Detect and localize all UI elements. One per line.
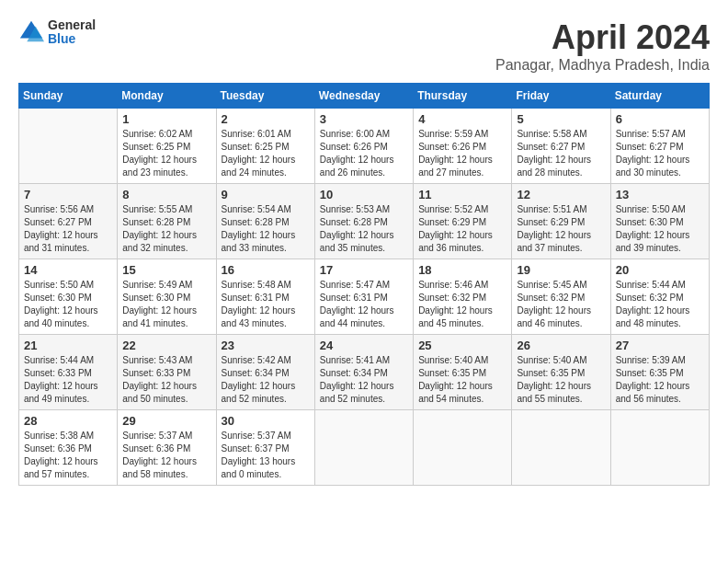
calendar-cell: 29Sunrise: 5:37 AM Sunset: 6:36 PM Dayli…: [118, 410, 216, 486]
day-number: 29: [122, 414, 210, 428]
logo: General Blue: [18, 18, 96, 47]
day-info: Sunrise: 5:37 AM Sunset: 6:36 PM Dayligh…: [122, 430, 210, 481]
week-row-3: 14Sunrise: 5:50 AM Sunset: 6:30 PM Dayli…: [19, 259, 710, 335]
day-number: 23: [222, 339, 310, 352]
day-info: Sunrise: 5:43 AM Sunset: 6:33 PM Dayligh…: [122, 354, 210, 406]
calendar-cell: 21Sunrise: 5:44 AM Sunset: 6:33 PM Dayli…: [19, 335, 118, 410]
day-info: Sunrise: 6:02 AM Sunset: 6:25 PM Dayligh…: [122, 128, 210, 179]
week-row-4: 21Sunrise: 5:44 AM Sunset: 6:33 PM Dayli…: [19, 335, 710, 410]
calendar-cell: 16Sunrise: 5:48 AM Sunset: 6:31 PM Dayli…: [216, 259, 314, 335]
header-cell-tuesday: Tuesday: [216, 84, 314, 109]
day-info: Sunrise: 6:00 AM Sunset: 6:26 PM Dayligh…: [320, 128, 408, 179]
day-number: 14: [24, 263, 112, 277]
header-cell-saturday: Saturday: [610, 84, 709, 109]
header-cell-friday: Friday: [512, 84, 610, 109]
day-number: 21: [24, 339, 112, 352]
day-info: Sunrise: 5:46 AM Sunset: 6:32 PM Dayligh…: [418, 279, 506, 330]
calendar-cell: 30Sunrise: 5:37 AM Sunset: 6:37 PM Dayli…: [216, 410, 314, 486]
day-number: 18: [418, 263, 506, 277]
header-row: SundayMondayTuesdayWednesdayThursdayFrid…: [19, 84, 710, 109]
day-number: 28: [24, 414, 112, 428]
day-info: Sunrise: 5:44 AM Sunset: 6:32 PM Dayligh…: [616, 279, 704, 330]
calendar-cell: 22Sunrise: 5:43 AM Sunset: 6:33 PM Dayli…: [118, 335, 216, 410]
calendar-cell: 19Sunrise: 5:45 AM Sunset: 6:32 PM Dayli…: [512, 259, 610, 335]
day-number: 15: [122, 263, 210, 277]
calendar-cell: [512, 410, 610, 486]
logo-blue: Blue: [48, 32, 96, 46]
header-cell-monday: Monday: [118, 84, 216, 109]
calendar-cell: [19, 109, 118, 184]
calendar-table: SundayMondayTuesdayWednesdayThursdayFrid…: [18, 83, 710, 486]
calendar-cell: 14Sunrise: 5:50 AM Sunset: 6:30 PM Dayli…: [19, 259, 118, 335]
day-info: Sunrise: 5:47 AM Sunset: 6:31 PM Dayligh…: [320, 279, 408, 330]
calendar-cell: 2Sunrise: 6:01 AM Sunset: 6:25 PM Daylig…: [216, 109, 314, 184]
day-info: Sunrise: 5:53 AM Sunset: 6:28 PM Dayligh…: [320, 203, 408, 255]
calendar-cell: 24Sunrise: 5:41 AM Sunset: 6:34 PM Dayli…: [314, 335, 413, 410]
calendar-cell: 13Sunrise: 5:50 AM Sunset: 6:30 PM Dayli…: [610, 184, 709, 259]
day-info: Sunrise: 5:45 AM Sunset: 6:32 PM Dayligh…: [517, 279, 605, 330]
day-info: Sunrise: 5:57 AM Sunset: 6:27 PM Dayligh…: [616, 128, 704, 179]
day-info: Sunrise: 5:41 AM Sunset: 6:34 PM Dayligh…: [320, 354, 408, 406]
page-header: General Blue April 2024 Panagar, Madhya …: [18, 18, 710, 74]
day-number: 25: [418, 339, 506, 352]
week-row-5: 28Sunrise: 5:38 AM Sunset: 6:36 PM Dayli…: [19, 410, 710, 486]
day-number: 22: [122, 339, 210, 352]
week-row-1: 1Sunrise: 6:02 AM Sunset: 6:25 PM Daylig…: [19, 109, 710, 184]
calendar-cell: 15Sunrise: 5:49 AM Sunset: 6:30 PM Dayli…: [118, 259, 216, 335]
logo-icon: [18, 19, 44, 45]
calendar-cell: 20Sunrise: 5:44 AM Sunset: 6:32 PM Dayli…: [610, 259, 709, 335]
day-number: 8: [122, 188, 210, 201]
day-info: Sunrise: 5:55 AM Sunset: 6:28 PM Dayligh…: [122, 203, 210, 255]
calendar-cell: 6Sunrise: 5:57 AM Sunset: 6:27 PM Daylig…: [610, 109, 709, 184]
header-cell-sunday: Sunday: [19, 84, 118, 109]
day-info: Sunrise: 5:44 AM Sunset: 6:33 PM Dayligh…: [24, 354, 112, 406]
calendar-cell: 23Sunrise: 5:42 AM Sunset: 6:34 PM Dayli…: [216, 335, 314, 410]
calendar-cell: 26Sunrise: 5:40 AM Sunset: 6:35 PM Dayli…: [512, 335, 610, 410]
calendar-cell: [314, 410, 413, 486]
day-number: 6: [616, 112, 704, 126]
day-info: Sunrise: 5:51 AM Sunset: 6:29 PM Dayligh…: [517, 203, 605, 255]
calendar-cell: 5Sunrise: 5:58 AM Sunset: 6:27 PM Daylig…: [512, 109, 610, 184]
day-number: 7: [24, 188, 112, 201]
main-title: April 2024: [495, 18, 710, 57]
day-number: 2: [222, 112, 310, 126]
day-number: 17: [320, 263, 408, 277]
calendar-cell: 7Sunrise: 5:56 AM Sunset: 6:27 PM Daylig…: [19, 184, 118, 259]
day-info: Sunrise: 5:49 AM Sunset: 6:30 PM Dayligh…: [122, 279, 210, 330]
calendar-cell: [610, 410, 709, 486]
day-info: Sunrise: 5:52 AM Sunset: 6:29 PM Dayligh…: [418, 203, 506, 255]
logo-text: General Blue: [48, 18, 96, 47]
day-number: 4: [418, 112, 506, 126]
calendar-cell: 8Sunrise: 5:55 AM Sunset: 6:28 PM Daylig…: [118, 184, 216, 259]
day-number: 27: [616, 339, 704, 352]
day-info: Sunrise: 5:37 AM Sunset: 6:37 PM Dayligh…: [222, 430, 310, 481]
day-info: Sunrise: 5:40 AM Sunset: 6:35 PM Dayligh…: [517, 354, 605, 406]
day-info: Sunrise: 5:50 AM Sunset: 6:30 PM Dayligh…: [24, 279, 112, 330]
day-number: 24: [320, 339, 408, 352]
day-number: 9: [222, 188, 310, 201]
day-number: 13: [616, 188, 704, 201]
subtitle: Panagar, Madhya Pradesh, India: [495, 57, 710, 74]
day-info: Sunrise: 5:38 AM Sunset: 6:36 PM Dayligh…: [24, 430, 112, 481]
calendar-cell: [414, 410, 512, 486]
day-number: 30: [222, 414, 310, 428]
day-number: 1: [122, 112, 210, 126]
day-info: Sunrise: 5:39 AM Sunset: 6:35 PM Dayligh…: [616, 354, 704, 406]
calendar-cell: 10Sunrise: 5:53 AM Sunset: 6:28 PM Dayli…: [314, 184, 413, 259]
day-number: 11: [418, 188, 506, 201]
day-number: 3: [320, 112, 408, 126]
calendar-cell: 3Sunrise: 6:00 AM Sunset: 6:26 PM Daylig…: [314, 109, 413, 184]
day-number: 20: [616, 263, 704, 277]
day-number: 16: [222, 263, 310, 277]
day-info: Sunrise: 6:01 AM Sunset: 6:25 PM Dayligh…: [222, 128, 310, 179]
day-info: Sunrise: 5:42 AM Sunset: 6:34 PM Dayligh…: [222, 354, 310, 406]
header-cell-wednesday: Wednesday: [314, 84, 413, 109]
calendar-cell: 4Sunrise: 5:59 AM Sunset: 6:26 PM Daylig…: [414, 109, 512, 184]
day-number: 12: [517, 188, 605, 201]
calendar-cell: 12Sunrise: 5:51 AM Sunset: 6:29 PM Dayli…: [512, 184, 610, 259]
day-number: 19: [517, 263, 605, 277]
day-number: 26: [517, 339, 605, 352]
day-number: 10: [320, 188, 408, 201]
calendar-cell: 25Sunrise: 5:40 AM Sunset: 6:35 PM Dayli…: [414, 335, 512, 410]
title-block: April 2024 Panagar, Madhya Pradesh, Indi…: [495, 18, 710, 74]
